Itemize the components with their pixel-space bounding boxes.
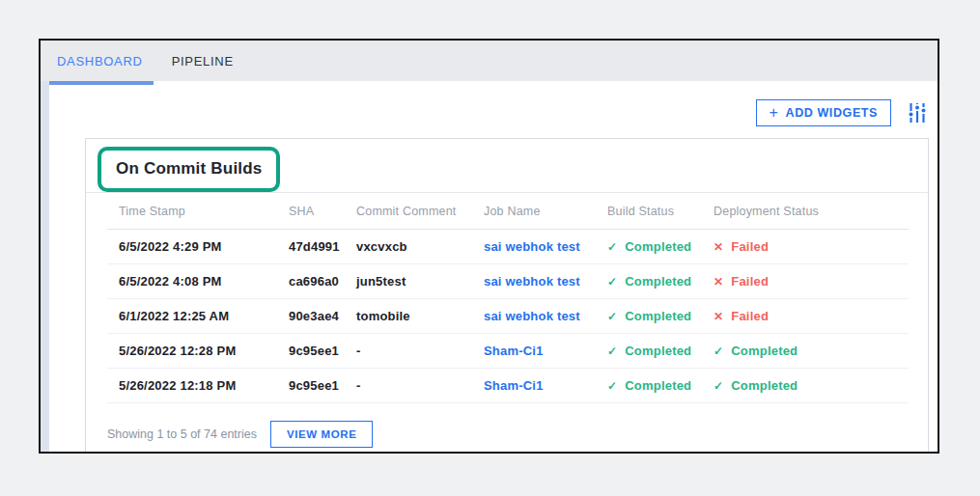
- col-commit-comment: Commit Comment: [356, 205, 484, 218]
- cell-timestamp: 6/1/2022 12:25 AM: [119, 309, 289, 323]
- cell-job-name-link[interactable]: sai webhok test: [484, 239, 607, 254]
- cell-build-status: ✓Completed: [607, 239, 714, 254]
- build-status-icon: ✓: [607, 275, 617, 289]
- on-commit-builds-widget: On Commit Builds Time Stamp SHA Commit C…: [85, 138, 929, 452]
- widget-title: On Commit Builds: [116, 159, 262, 179]
- highlight-annotation: On Commit Builds: [98, 147, 280, 192]
- build-status-icon: ✓: [607, 240, 617, 254]
- cell-timestamp: 6/5/2022 4:29 PM: [119, 239, 289, 254]
- col-job-name: Job Name: [484, 205, 607, 218]
- deployment-status-text: Failed: [731, 239, 769, 254]
- deployment-status-text: Failed: [731, 309, 769, 323]
- plus-icon: +: [770, 105, 779, 121]
- deployment-status-text: Completed: [731, 378, 798, 393]
- table-row: 5/26/2022 12:18 PM 9c95ee1 - Sham-Ci1 ✓C…: [107, 369, 909, 403]
- table-body: 6/5/2022 4:29 PM 47d4991 vxcvxcb sai web…: [107, 230, 909, 403]
- deployment-status-icon: ✓: [714, 344, 723, 358]
- cell-sha: ca696a0: [289, 274, 356, 289]
- view-more-button[interactable]: VIEW MORE: [270, 421, 374, 448]
- cell-timestamp: 6/5/2022 4:08 PM: [119, 274, 289, 289]
- build-status-text: Completed: [625, 378, 691, 393]
- cell-build-status: ✓Completed: [607, 344, 714, 358]
- build-status-icon: ✓: [607, 310, 617, 323]
- sliders-icon[interactable]: [908, 102, 927, 124]
- cell-commit-comment: tomobile: [356, 309, 484, 323]
- cell-commit-comment: -: [356, 344, 484, 358]
- table-row: 6/5/2022 4:29 PM 47d4991 vxcvxcb sai web…: [107, 230, 909, 264]
- cell-timestamp: 5/26/2022 12:28 PM: [119, 344, 289, 358]
- cell-deployment-status: ✕Failed: [714, 239, 909, 254]
- build-status-text: Completed: [625, 344, 691, 358]
- cell-deployment-status: ✕Failed: [714, 309, 909, 323]
- cell-commit-comment: vxcvxcb: [356, 239, 484, 254]
- cell-job-name-link[interactable]: sai webhok test: [484, 309, 607, 323]
- col-deployment-status: Deployment Status: [714, 205, 909, 218]
- tab-pipeline[interactable]: PIPELINE: [161, 41, 244, 81]
- cell-commit-comment: jun5test: [356, 274, 484, 289]
- builds-table: Time Stamp SHA Commit Comment Job Name B…: [107, 193, 909, 403]
- cell-build-status: ✓Completed: [607, 378, 714, 393]
- table-row: 5/26/2022 12:28 PM 9c95ee1 - Sham-Ci1 ✓C…: [107, 334, 909, 369]
- deployment-status-icon: ✕: [714, 275, 723, 289]
- widget-header: On Commit Builds: [86, 139, 928, 193]
- table-row: 6/5/2022 4:08 PM ca696a0 jun5test sai we…: [107, 264, 909, 299]
- table-header-row: Time Stamp SHA Commit Comment Job Name B…: [107, 193, 909, 230]
- tab-bar: DASHBOARD PIPELINE: [41, 41, 938, 81]
- build-status-text: Completed: [625, 309, 691, 323]
- cell-sha: 9c95ee1: [289, 344, 356, 358]
- tab-dashboard[interactable]: DASHBOARD: [46, 41, 154, 81]
- cell-deployment-status: ✓Completed: [714, 378, 909, 393]
- app-window: DASHBOARD PIPELINE + ADD WIDGETS On Comm…: [39, 39, 939, 454]
- table-row: 6/1/2022 12:25 AM 90e3ae4 tomobile sai w…: [107, 299, 909, 334]
- deployment-status-text: Completed: [731, 344, 798, 358]
- col-time-stamp: Time Stamp: [119, 205, 289, 218]
- toolbar: + ADD WIDGETS: [756, 99, 927, 126]
- widget-footer: Showing 1 to 5 of 74 entries VIEW MORE: [107, 421, 907, 448]
- cell-job-name-link[interactable]: sai webhok test: [484, 274, 607, 289]
- cell-build-status: ✓Completed: [607, 309, 714, 323]
- build-status-icon: ✓: [607, 379, 617, 393]
- add-widgets-button[interactable]: + ADD WIDGETS: [756, 99, 891, 126]
- col-build-status: Build Status: [607, 205, 714, 218]
- build-status-text: Completed: [625, 239, 691, 254]
- deployment-status-icon: ✕: [714, 240, 723, 254]
- cell-job-name-link[interactable]: Sham-Ci1: [484, 344, 607, 358]
- cell-job-name-link[interactable]: Sham-Ci1: [484, 378, 607, 393]
- build-status-text: Completed: [625, 274, 691, 289]
- add-widgets-label: ADD WIDGETS: [786, 106, 879, 120]
- cell-sha: 47d4991: [289, 239, 356, 254]
- cell-deployment-status: ✕Failed: [714, 274, 909, 289]
- cell-sha: 9c95ee1: [289, 378, 356, 393]
- cell-sha: 90e3ae4: [289, 309, 356, 323]
- deployment-status-text: Failed: [731, 274, 769, 289]
- showing-entries-text: Showing 1 to 5 of 74 entries: [107, 427, 257, 441]
- cell-deployment-status: ✓Completed: [714, 344, 909, 358]
- deployment-status-icon: ✕: [714, 310, 723, 323]
- col-sha: SHA: [289, 205, 356, 218]
- left-gutter: [41, 81, 49, 452]
- deployment-status-icon: ✓: [714, 379, 723, 393]
- cell-build-status: ✓Completed: [607, 274, 714, 289]
- cell-timestamp: 5/26/2022 12:18 PM: [119, 378, 289, 393]
- cell-commit-comment: -: [356, 378, 484, 393]
- build-status-icon: ✓: [607, 344, 617, 358]
